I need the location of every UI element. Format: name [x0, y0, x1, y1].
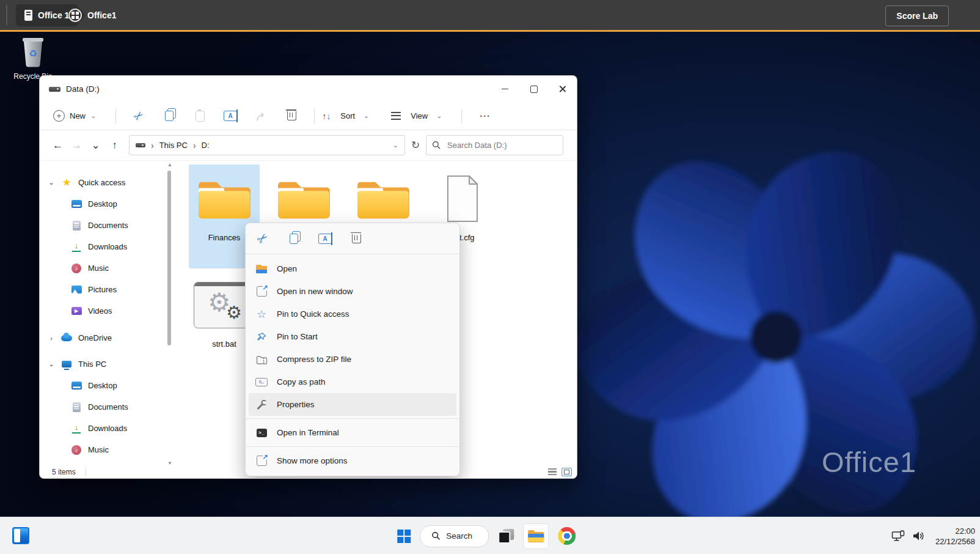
context-menu: ✂ A Open Open in new window ☆ — [245, 223, 460, 476]
windows-logo-icon — [68, 9, 82, 22]
new-button[interactable]: + New ⌄ — [53, 110, 96, 122]
folder-icon — [275, 176, 332, 221]
view-button[interactable]: View ⌄ — [391, 111, 442, 120]
search-input[interactable] — [446, 140, 546, 150]
sidebar-item-music-pc[interactable]: ♪ Music — [40, 439, 172, 460]
sidebar-item-onedrive[interactable]: › OneDrive — [40, 327, 172, 349]
address-chevron-icon[interactable]: ⌄ — [393, 141, 398, 149]
breadcrumb-this-pc[interactable]: This PC — [159, 141, 188, 150]
copy-button[interactable] — [154, 111, 185, 121]
delete-button[interactable] — [349, 234, 364, 243]
menu-item-pin-quick-access[interactable]: ☆ Pin to Quick access — [249, 303, 456, 325]
chrome-icon[interactable] — [558, 527, 576, 545]
task-view-button[interactable] — [498, 529, 514, 544]
paste-button[interactable] — [185, 111, 215, 122]
delete-icon — [287, 111, 296, 120]
menu-label: Show more options — [277, 456, 348, 465]
desktop-icon — [71, 382, 82, 390]
computer-icon — [24, 10, 32, 21]
menu-item-open[interactable]: Open — [249, 257, 456, 280]
window-title: Data (D:) — [66, 84, 100, 94]
start-button[interactable] — [397, 530, 411, 543]
file-label: Finances — [208, 233, 241, 242]
pin-icon — [256, 331, 267, 342]
sort-label: Sort — [340, 111, 355, 120]
sidebar-item-music[interactable]: ♪ Music — [40, 257, 172, 279]
copy-button[interactable] — [287, 234, 301, 244]
refresh-button[interactable]: ↻ — [405, 139, 426, 152]
taskbar-clock[interactable]: 22:00 22/12/2568 — [932, 526, 975, 547]
rename-icon: A — [224, 111, 237, 121]
chevron-down-icon[interactable]: ⌄ — [48, 360, 55, 368]
desktop[interactable]: Office1 ♻ Recycle Bin Data (D:) — [0, 32, 980, 517]
explorer-toolbar: + New ⌄ ✂ A ↑↓ Sort — [40, 102, 577, 130]
forward-button[interactable]: → — [67, 139, 86, 152]
new-label: New — [70, 111, 86, 120]
details-view-icon[interactable] — [548, 468, 557, 475]
tab-office1-windows[interactable]: Office1 — [68, 6, 116, 24]
sort-button[interactable]: ↑↓ Sort ⌄ — [322, 111, 369, 121]
taskbar-search[interactable]: Search — [420, 525, 489, 547]
sidebar-item-desktop-pc[interactable]: Desktop — [40, 375, 172, 396]
menu-item-show-more-options[interactable]: Show more options — [249, 449, 456, 472]
window-titlebar[interactable]: Data (D:) — [40, 76, 577, 102]
rename-button[interactable]: A — [215, 111, 246, 121]
file-explorer-taskbar-button[interactable] — [523, 523, 549, 549]
sidebar-item-documents-pc[interactable]: Documents — [40, 396, 172, 418]
more-options-button[interactable]: ⋯ — [469, 109, 500, 122]
chevron-down-icon: ⌄ — [364, 112, 369, 120]
score-lab-button[interactable]: Score Lab — [885, 6, 949, 26]
scrollbar-thumb[interactable] — [167, 171, 171, 345]
breadcrumb-separator: › — [151, 141, 154, 150]
menu-item-pin-to-start[interactable]: Pin to Start — [249, 325, 456, 348]
sidebar-label: Music — [88, 264, 109, 273]
menu-item-properties[interactable]: Properties — [249, 393, 456, 416]
sidebar-item-documents[interactable]: Documents — [40, 215, 172, 236]
sidebar-item-desktop[interactable]: Desktop — [40, 193, 172, 215]
minimize-button[interactable] — [491, 76, 519, 102]
terminal-icon: >_ — [257, 429, 267, 437]
close-button[interactable] — [548, 76, 577, 102]
chevron-down-icon[interactable]: ⌄ — [48, 179, 55, 187]
menu-item-open-new-window[interactable]: Open in new window — [249, 280, 456, 303]
sidebar-item-pictures[interactable]: Pictures — [40, 279, 172, 300]
widgets-icon[interactable] — [12, 527, 29, 544]
rename-button[interactable]: A — [318, 234, 332, 244]
network-icon[interactable] — [891, 530, 906, 542]
sidebar-item-videos[interactable]: ▶ Videos — [40, 300, 172, 322]
recycle-bin[interactable]: ♻ Recycle Bin — [9, 37, 57, 81]
cut-button[interactable]: ✂ — [123, 109, 154, 123]
minimize-icon — [502, 89, 508, 90]
menu-separator — [246, 418, 459, 419]
wrench-icon — [256, 399, 268, 410]
folder-icon — [196, 176, 253, 221]
back-button[interactable]: ← — [48, 139, 67, 152]
sidebar-item-downloads[interactable]: ↓ Downloads — [40, 236, 172, 257]
sidebar-item-this-pc[interactable]: ⌄ This PC — [40, 353, 172, 375]
sidebar-item-quick-access[interactable]: ⌄ ★ Quick access — [40, 172, 172, 193]
history-chevron-icon[interactable]: ⌄ — [86, 139, 105, 152]
address-bar[interactable]: › This PC › D: ⌄ — [129, 135, 405, 155]
menu-item-open-in-terminal[interactable]: >_ Open in Terminal — [249, 421, 456, 444]
toolbar-divider — [314, 109, 315, 124]
cut-button[interactable]: ✂ — [255, 231, 270, 246]
clock-time: 22:00 — [935, 526, 975, 536]
breadcrumb-drive-d[interactable]: D: — [202, 141, 210, 150]
copy-path-icon: \\.. — [255, 378, 268, 386]
menu-item-copy-as-path[interactable]: \\.. Copy as path — [249, 371, 456, 393]
delete-button[interactable] — [276, 111, 307, 120]
maximize-button[interactable] — [519, 76, 548, 102]
chevron-right-icon[interactable]: › — [48, 334, 55, 342]
view-icon — [391, 112, 401, 120]
search-box[interactable] — [426, 135, 563, 155]
volume-icon[interactable] — [912, 531, 926, 541]
share-button[interactable] — [246, 111, 276, 122]
paste-icon — [196, 111, 205, 122]
sidebar-item-downloads-pc[interactable]: ↓ Downloads — [40, 418, 172, 439]
sidebar-label: Desktop — [88, 381, 117, 390]
sidebar-label: Music — [88, 445, 109, 454]
up-button[interactable]: ↑ — [105, 139, 124, 152]
breadcrumb-separator: › — [193, 141, 196, 150]
menu-item-compress-zip[interactable]: Compress to ZIP file — [249, 348, 456, 371]
large-icons-view-icon[interactable] — [561, 468, 572, 476]
